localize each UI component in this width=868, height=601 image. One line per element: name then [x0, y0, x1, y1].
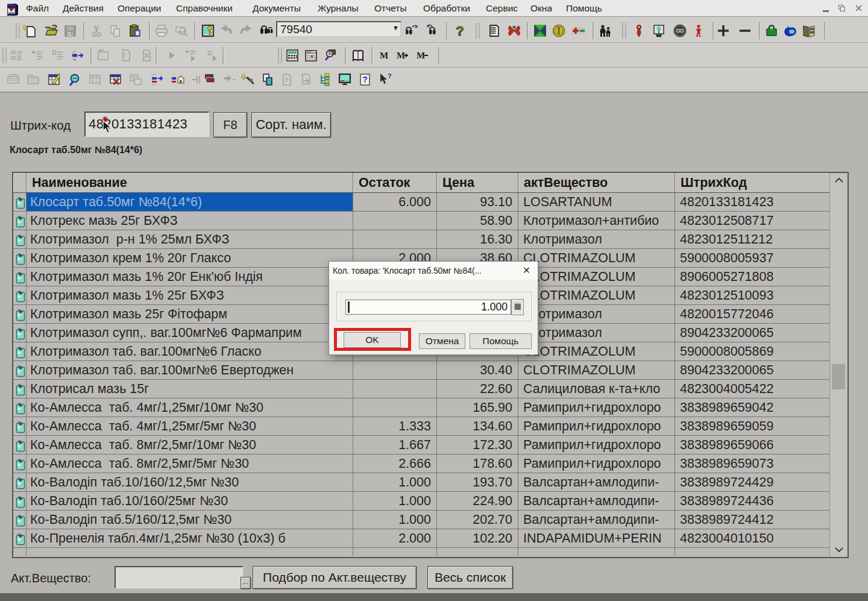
svg-text:3,6: 3,6: [307, 49, 311, 53]
svg-text:M: M: [417, 51, 425, 60]
svg-text:D: D: [52, 49, 57, 56]
svg-text:M: M: [397, 51, 405, 60]
svg-text:M: M: [380, 51, 388, 60]
svg-text:?: ?: [388, 72, 391, 80]
svg-text:?: ?: [362, 75, 368, 84]
svg-text:D: D: [207, 49, 212, 57]
svg-text:?: ?: [456, 24, 464, 38]
